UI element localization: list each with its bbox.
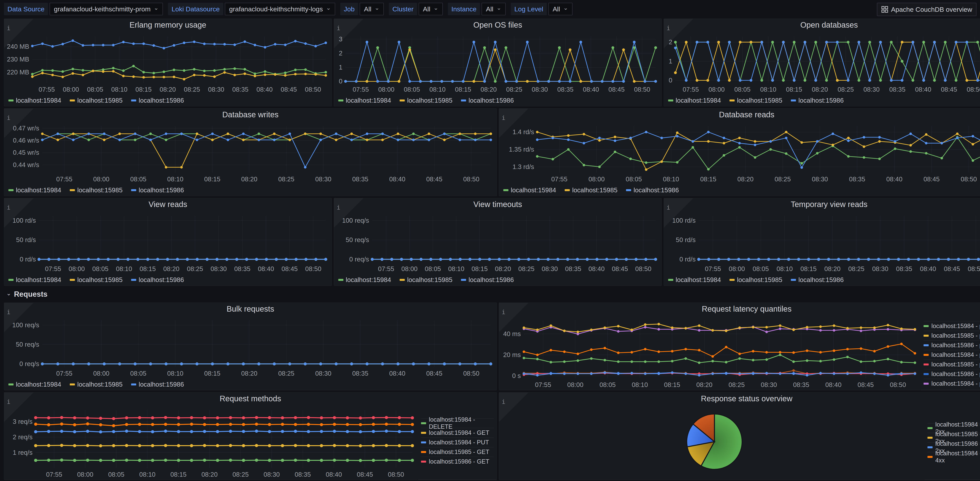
legend-item[interactable]: localhost:15985	[70, 186, 123, 194]
legend-item[interactable]: localhost:15985	[399, 276, 452, 284]
panel-title[interactable]: Response status overview	[499, 392, 980, 405]
legend-item[interactable]: localhost:15984 - DELETE	[421, 418, 494, 428]
panel-title[interactable]: Erlang memory usage	[4, 19, 332, 31]
legend-item[interactable]: localhost:15985 - GET	[421, 447, 494, 457]
panel-title[interactable]: Database writes	[4, 108, 497, 121]
data-source-dropdown[interactable]: grafanacloud-keithschmitty-prom ⌄	[49, 3, 163, 15]
database-reads-chart[interactable]: 07:5508:0008:0508:1008:1508:2008:2508:30…	[499, 121, 980, 184]
svg-text:08:45: 08:45	[608, 86, 625, 93]
legend-item[interactable]: localhost:15986	[461, 276, 514, 284]
legend-item[interactable]: localhost:15984	[338, 276, 391, 284]
svg-text:08:05: 08:05	[108, 471, 124, 478]
panel-title[interactable]: View timeouts	[334, 198, 662, 210]
panel-info-icon[interactable]: i	[499, 303, 528, 332]
legend-item[interactable]: localhost:15985	[70, 381, 123, 388]
legend-item[interactable]: localhost:15986	[131, 381, 184, 388]
legend-item[interactable]: localhost:15984	[668, 97, 721, 104]
panel-title[interactable]: Open OS files	[334, 19, 662, 31]
panel-info-icon[interactable]: i	[334, 198, 363, 228]
legend-item[interactable]: localhost:15985	[70, 97, 123, 104]
legend-item[interactable]: localhost:15984	[8, 97, 61, 104]
erlang-memory-chart[interactable]: 07:5508:0008:0508:1008:1508:2008:2508:30…	[4, 31, 332, 95]
info-icon: i	[502, 309, 505, 316]
legend-item[interactable]: localhost:15985	[730, 276, 782, 284]
job-dropdown[interactable]: All ⌄	[360, 3, 384, 15]
svg-text:08:00: 08:00	[589, 175, 605, 183]
panel-info-icon[interactable]: i	[4, 303, 33, 332]
legend-item[interactable]: localhost:15986	[791, 276, 843, 284]
loki-datasource-dropdown[interactable]: grafanacloud-keithschmitty-logs ⌄	[225, 3, 335, 15]
legend-item[interactable]: localhost:15985 - p75	[924, 360, 980, 369]
svg-text:08:00: 08:00	[93, 370, 110, 377]
legend-item[interactable]: localhost:15985	[730, 97, 782, 104]
legend-item[interactable]: localhost:15986 - p75	[924, 369, 980, 379]
legend-item[interactable]: localhost:15986	[461, 97, 514, 104]
panel-title[interactable]: Temporary view reads	[664, 198, 980, 210]
legend-item[interactable]: localhost:15985 - p50	[924, 331, 980, 340]
panel-info-icon[interactable]: i	[4, 198, 33, 228]
panel-info-icon[interactable]: i	[4, 392, 33, 422]
panel-info-icon[interactable]: i	[4, 19, 33, 48]
legend-item[interactable]: localhost:15986	[131, 97, 184, 104]
panel-title[interactable]: Database reads	[499, 108, 980, 121]
svg-text:08:25: 08:25	[729, 381, 745, 388]
legend-item[interactable]: localhost:15984	[8, 276, 61, 284]
panel-title[interactable]: View reads	[4, 198, 332, 210]
legend-item[interactable]: localhost:15984 - PUT	[421, 438, 494, 447]
response-status-pie-chart[interactable]	[499, 405, 925, 480]
panel-request-methods: i Request methods 07:5508:0008:0508:1008…	[4, 392, 497, 480]
panel-info-icon[interactable]: i	[334, 19, 363, 48]
cluster-dropdown[interactable]: All ⌄	[418, 3, 443, 15]
legend-item[interactable]: localhost:15984 - GET	[421, 428, 494, 438]
dashboard-link-apache-couchdb-overview[interactable]: Apache CouchDB overview	[877, 3, 977, 16]
database-writes-chart[interactable]: 07:5508:0008:0508:1008:1508:2008:2508:30…	[4, 121, 497, 184]
request-methods-chart[interactable]: 07:5508:0008:0508:1008:1508:2008:2508:30…	[4, 405, 418, 480]
instance-dropdown[interactable]: All ⌄	[482, 3, 506, 15]
legend-item[interactable]: localhost:15986 - GET	[421, 457, 494, 466]
open-os-files-chart[interactable]: 07:5508:0008:0508:1008:1508:2008:2508:30…	[334, 31, 662, 95]
log-level-dropdown[interactable]: All ⌄	[549, 3, 573, 15]
legend-color-chip	[503, 189, 508, 191]
legend-item[interactable]: localhost:15986	[791, 97, 843, 104]
panel-info-icon[interactable]: i	[499, 392, 528, 422]
panel-info-icon[interactable]: i	[4, 108, 33, 138]
svg-text:08:25: 08:25	[187, 265, 203, 272]
svg-text:07:55: 07:55	[46, 471, 62, 478]
legend-item[interactable]: localhost:15986	[626, 186, 679, 194]
svg-text:08:35: 08:35	[352, 175, 369, 183]
legend-item[interactable]: localhost:15985	[399, 97, 452, 104]
panel-title[interactable]: Request latency quantiles	[499, 303, 980, 315]
legend-color-chip	[70, 383, 75, 386]
panel-title[interactable]: Bulk requests	[4, 303, 497, 315]
bulk-requests-chart[interactable]: 07:5508:0008:0508:1008:1508:2008:2508:30…	[4, 315, 497, 379]
panel-title[interactable]: Open databases	[664, 19, 980, 31]
legend-item[interactable]: localhost:15984	[8, 381, 61, 388]
svg-text:08:20: 08:20	[202, 471, 218, 478]
legend-item[interactable]: localhost:15984 - p95	[924, 379, 980, 388]
legend-item[interactable]: localhost:15984	[503, 186, 556, 194]
svg-text:08:40: 08:40	[583, 86, 599, 93]
legend-item[interactable]: localhost:15984 - p75	[924, 350, 980, 360]
panel-title[interactable]: Request methods	[4, 392, 497, 405]
legend-item[interactable]: localhost:15984 - 4xx	[928, 452, 980, 462]
legend-item[interactable]: localhost:15985	[565, 186, 617, 194]
legend-item[interactable]: localhost:15985	[70, 276, 123, 284]
legend-item[interactable]: localhost:15984	[338, 97, 391, 104]
panel-info-icon[interactable]: i	[664, 19, 693, 48]
legend-item[interactable]: localhost:15986	[131, 186, 184, 194]
section-row-requests[interactable]: ⌄ Requests	[2, 288, 980, 301]
legend-item[interactable]: localhost:15984	[8, 186, 61, 194]
variable-value: grafanacloud-keithschmitty-logs	[229, 5, 323, 13]
request-latency-chart[interactable]: 07:5508:0008:0508:1008:1508:2008:2508:30…	[499, 315, 921, 390]
panel-info-icon[interactable]: i	[664, 198, 693, 228]
temporary-view-reads-chart[interactable]: 07:5508:0008:0508:1008:1508:2008:2508:30…	[664, 211, 980, 274]
legend-item[interactable]: localhost:15986	[131, 276, 184, 284]
open-databases-chart[interactable]: 07:5508:0008:0508:1008:1508:2008:2508:30…	[664, 31, 980, 95]
legend-item[interactable]: localhost:15984	[668, 276, 721, 284]
panel-info-icon[interactable]: i	[499, 108, 528, 138]
svg-text:08:00: 08:00	[77, 471, 93, 478]
legend-item[interactable]: localhost:15986 - p50	[924, 340, 980, 350]
view-timeouts-chart[interactable]: 07:5508:0008:0508:1008:1508:2008:2508:30…	[334, 211, 662, 274]
legend-item[interactable]: localhost:15984 - p50	[924, 321, 980, 331]
view-reads-chart[interactable]: 07:5508:0008:0508:1008:1508:2008:2508:30…	[4, 211, 332, 274]
